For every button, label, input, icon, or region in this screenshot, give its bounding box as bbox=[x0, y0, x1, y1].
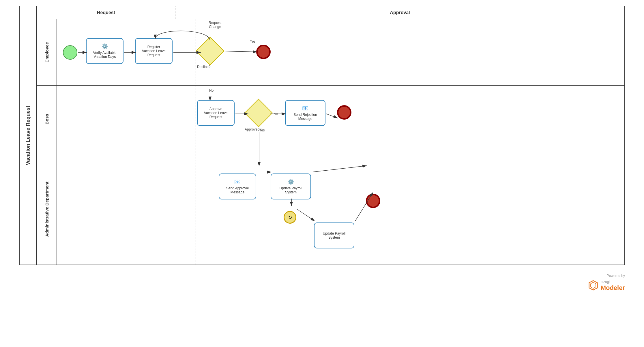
swimlane-title: Vacation Leave Request bbox=[20, 6, 37, 265]
no-label-approved: No bbox=[274, 112, 278, 116]
main-container: Vacation Leave Request Request Approval … bbox=[0, 0, 644, 347]
send-rejection-task[interactable]: 📧 Send RejectionMessage bbox=[285, 100, 325, 126]
approval-label: Send ApprovalMessage bbox=[226, 186, 249, 194]
decline-gateway[interactable] bbox=[196, 37, 224, 65]
bizagi-prefix: bizagi bbox=[601, 280, 610, 284]
yes-label-employee: Yes bbox=[250, 39, 256, 44]
verify-task-icon: ⚙️ bbox=[102, 43, 108, 50]
footer: Powered by bizagi Modeler bbox=[19, 274, 625, 292]
payroll2-label: Update PayrollSystem bbox=[323, 231, 346, 239]
row-label-text-employee: Employee bbox=[44, 42, 49, 63]
col-approval: Approval bbox=[175, 6, 624, 19]
row-label-text-boss: Boss bbox=[44, 114, 49, 125]
row-label-admin: Administrative Department bbox=[37, 153, 57, 265]
svg-marker-16 bbox=[591, 282, 596, 288]
bizagi-brand: bizagi Modeler bbox=[601, 279, 625, 292]
payroll-label: Update PayrollSystem bbox=[280, 186, 302, 194]
request-change-label: RequestChange bbox=[209, 21, 222, 29]
end-event-employee bbox=[256, 45, 271, 59]
send-approval-task[interactable]: 📧 Send ApprovalMessage bbox=[219, 173, 256, 199]
rows-container: Employee ⚙️ Verify Available Vacation Da… bbox=[37, 19, 624, 265]
row-label-boss: Boss bbox=[37, 86, 57, 153]
approve-task-label: ApproveVacation LeaveRequest bbox=[204, 107, 228, 119]
approve-task[interactable]: ApproveVacation LeaveRequest bbox=[197, 100, 235, 126]
start-event[interactable] bbox=[63, 45, 77, 60]
approved-gateway-container bbox=[247, 101, 270, 125]
bizagi-icon bbox=[588, 280, 598, 291]
swimlane-title-text: Vacation Leave Request bbox=[25, 106, 31, 165]
payroll-icon: ⚙️ bbox=[288, 179, 294, 185]
col-request: Request bbox=[37, 6, 175, 19]
decline-gateway-container bbox=[199, 39, 222, 63]
row-boss: Boss No ApproveVacation LeaveRequest App… bbox=[37, 86, 624, 153]
end-event-admin bbox=[366, 194, 380, 208]
register-task-label: RegisterVacation LeaveRequest bbox=[142, 45, 166, 57]
rejection-label: Send RejectionMessage bbox=[293, 113, 317, 121]
approval-icon: 📧 bbox=[234, 179, 241, 185]
verify-task-label: Verify Available Vacation Days bbox=[93, 51, 116, 59]
rejection-icon: 📧 bbox=[302, 105, 308, 112]
verify-task[interactable]: ⚙️ Verify Available Vacation Days bbox=[86, 38, 123, 64]
column-headers: Request Approval bbox=[37, 6, 624, 19]
powered-by-text: Powered by bbox=[607, 274, 625, 278]
no-label-boss: No bbox=[209, 88, 214, 93]
row-label-text-admin: Administrative Department bbox=[44, 182, 49, 237]
register-task[interactable]: RegisterVacation LeaveRequest bbox=[135, 38, 173, 64]
update-payroll-task[interactable]: ⚙️ Update PayrollSystem bbox=[271, 173, 311, 199]
decline-label: Decline? bbox=[197, 65, 211, 69]
bizagi-logo: bizagi Modeler bbox=[588, 279, 625, 292]
bizagi-modeler: Modeler bbox=[601, 284, 625, 291]
update-payroll2-task[interactable]: Update PayrollSystem bbox=[314, 222, 354, 248]
approved-gateway[interactable] bbox=[244, 99, 273, 127]
end-event-rejection bbox=[337, 105, 351, 120]
row-admin: Administrative Department 📧 Send Approva… bbox=[37, 153, 624, 265]
row-employee: Employee ⚙️ Verify Available Vacation Da… bbox=[37, 19, 624, 86]
intermediate-event: ↻ bbox=[284, 211, 296, 224]
diagram-wrapper: Vacation Leave Request Request Approval … bbox=[19, 6, 625, 265]
row-label-employee: Employee bbox=[37, 19, 57, 85]
yes-label-approved: Yes bbox=[259, 128, 265, 132]
